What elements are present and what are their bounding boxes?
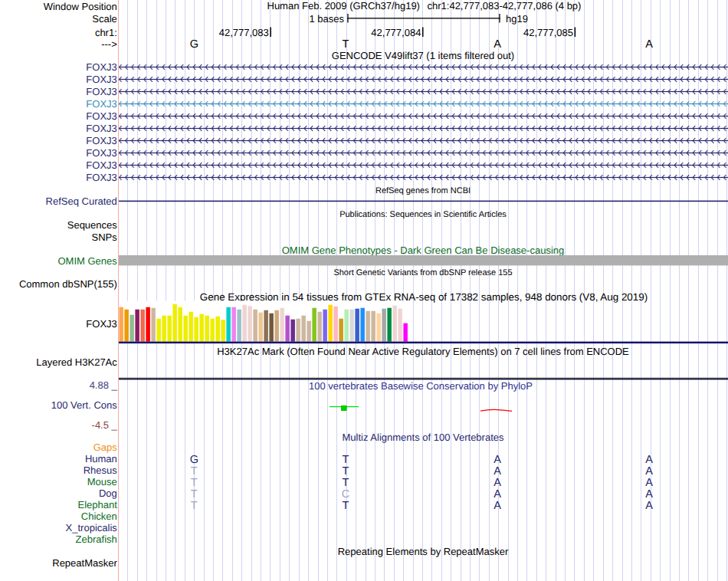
svg-text:RefSeq Curated: RefSeq Curated	[46, 195, 117, 207]
svg-text:T: T	[191, 465, 198, 478]
svg-text:A: A	[494, 500, 501, 512]
svg-text:FOXJ3: FOXJ3	[86, 123, 116, 134]
svg-text:A: A	[645, 488, 653, 501]
svg-text:SNPs: SNPs	[92, 231, 118, 243]
svg-text:Rhesus: Rhesus	[84, 464, 118, 476]
svg-text:Human: Human	[85, 453, 117, 464]
svg-text:X_tropicalis: X_tropicalis	[66, 522, 118, 533]
svg-text:OMIM Genes: OMIM Genes	[58, 255, 118, 267]
svg-text:A: A	[494, 454, 501, 466]
svg-text:Scale: Scale	[92, 13, 117, 25]
svg-text:A: A	[494, 38, 501, 51]
svg-text:C: C	[342, 488, 349, 501]
svg-text:RefSeq genes from NCBI: RefSeq genes from NCBI	[375, 186, 471, 195]
svg-text:Repeating Elements by RepeatMa: Repeating Elements by RepeatMasker	[338, 546, 509, 557]
svg-text:Window Position: Window Position	[44, 1, 117, 12]
svg-text:T: T	[343, 38, 349, 51]
svg-text:hg19: hg19	[506, 13, 528, 25]
svg-text:A: A	[645, 465, 653, 478]
svg-text:G: G	[190, 38, 198, 51]
svg-text:FOXJ3: FOXJ3	[86, 147, 116, 159]
svg-text:Human Feb. 2009 (GRCh37/hg19): Human Feb. 2009 (GRCh37/hg19)	[267, 0, 420, 11]
svg-text:Short Genetic Variants from db: Short Genetic Variants from dbSNP releas…	[333, 268, 512, 277]
svg-text:Mouse: Mouse	[87, 476, 117, 487]
svg-text:1 bases: 1 bases	[309, 13, 344, 25]
svg-text:G: G	[190, 454, 198, 466]
svg-text:FOXJ3: FOXJ3	[86, 74, 116, 85]
svg-text:-4.5 _: -4.5 _	[92, 419, 118, 431]
svg-text:Multiz Alignments of 100 Verte: Multiz Alignments of 100 Vertebrates	[342, 432, 504, 443]
svg-text:4.88 _: 4.88 _	[90, 379, 118, 391]
svg-text:T: T	[343, 477, 349, 489]
svg-text:GENCODE V49lift37 (1 items fil: GENCODE V49lift37 (1 items filtered out)	[332, 50, 514, 61]
svg-text:FOXJ3: FOXJ3	[86, 172, 116, 183]
svg-text:T: T	[343, 500, 349, 512]
svg-text:A: A	[494, 488, 501, 501]
svg-text:Sequences: Sequences	[67, 219, 118, 231]
svg-text:Dog: Dog	[99, 487, 117, 499]
svg-text:chr1:: chr1:	[95, 27, 117, 38]
svg-text:A: A	[645, 477, 653, 489]
svg-text:Publications: Sequences in Sci: Publications: Sequences in Scientific Ar…	[339, 210, 507, 219]
svg-text:100 vertebrates Basewise Conse: 100 vertebrates Basewise Conservation by…	[309, 380, 533, 392]
svg-text:FOXJ3: FOXJ3	[86, 159, 116, 171]
svg-text:A: A	[645, 38, 653, 51]
svg-text:FOXJ3: FOXJ3	[86, 110, 116, 122]
svg-text:100 Vert. Cons: 100 Vert. Cons	[51, 399, 117, 411]
svg-text:OMIM Gene Phenotypes - Dark Gr: OMIM Gene Phenotypes - Dark Green Can Be…	[282, 245, 565, 256]
svg-text:--->: --->	[101, 38, 117, 50]
svg-text:T: T	[191, 488, 198, 501]
svg-text:42,777,084: 42,777,084	[371, 27, 421, 38]
svg-text:FOXJ3: FOXJ3	[86, 86, 116, 97]
svg-text:A: A	[645, 500, 653, 512]
svg-text:42,777,085: 42,777,085	[523, 27, 573, 38]
svg-text:Common dbSNP(155): Common dbSNP(155)	[19, 278, 117, 290]
svg-text:T: T	[191, 477, 198, 489]
svg-text:A: A	[494, 477, 501, 489]
svg-text:Layered H3K27Ac: Layered H3K27Ac	[36, 356, 117, 368]
svg-text:42,777,083: 42,777,083	[219, 27, 269, 38]
svg-text:T: T	[191, 500, 198, 512]
svg-text:Gaps: Gaps	[93, 441, 118, 453]
svg-text:FOXJ3: FOXJ3	[86, 61, 116, 73]
svg-text:A: A	[645, 454, 653, 466]
svg-text:RepeatMasker: RepeatMasker	[52, 557, 117, 569]
svg-text:T: T	[343, 454, 349, 466]
svg-text:FOXJ3: FOXJ3	[86, 135, 116, 146]
svg-text:Zebrafish: Zebrafish	[76, 533, 117, 545]
svg-text:T: T	[343, 465, 349, 478]
svg-text:Chicken: Chicken	[81, 510, 117, 522]
svg-text:FOXJ3: FOXJ3	[86, 318, 116, 330]
svg-text:chr1:42,777,083-42,777,086 (4: chr1:42,777,083-42,777,086 (4 bp)	[428, 0, 582, 11]
svg-text:Elephant: Elephant	[77, 499, 117, 510]
svg-text:A: A	[494, 465, 501, 478]
svg-text:H3K27Ac Mark (Often Found Near: H3K27Ac Mark (Often Found Near Active Re…	[217, 346, 629, 357]
svg-text:FOXJ3: FOXJ3	[86, 98, 116, 110]
